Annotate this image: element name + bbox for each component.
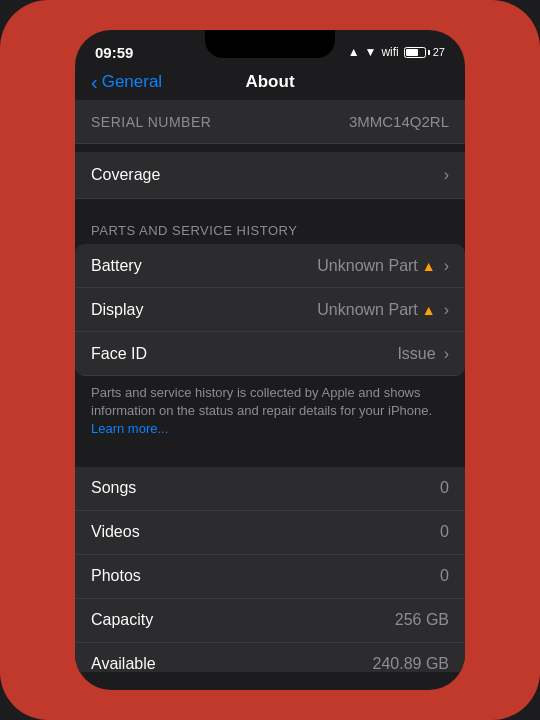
back-label: General bbox=[102, 72, 162, 92]
learn-more-link[interactable]: Learn more... bbox=[91, 421, 168, 436]
display-label: Display bbox=[91, 301, 143, 319]
nav-title: About bbox=[245, 72, 294, 92]
stats-group: Songs 0 Videos 0 Photos 0 Capacity 256 G… bbox=[75, 467, 465, 672]
serial-row: Serial Number 3MMC14Q2RL bbox=[75, 100, 465, 144]
coverage-label: Coverage bbox=[91, 166, 160, 184]
battery-row[interactable]: Battery Unknown Part ▲ › bbox=[75, 244, 465, 288]
face-id-value: Issue bbox=[397, 345, 435, 363]
photos-value: 0 bbox=[440, 567, 449, 585]
capacity-value: 256 GB bbox=[395, 611, 449, 629]
parts-section-header: PARTS AND SERVICE HISTORY bbox=[75, 215, 465, 244]
battery-percent: 27 bbox=[433, 46, 445, 58]
battery-icon: 27 bbox=[404, 46, 445, 58]
display-value-group: Unknown Part ▲ › bbox=[317, 301, 449, 319]
display-chevron-icon: › bbox=[444, 301, 449, 319]
display-value: Unknown Part bbox=[317, 301, 418, 319]
face-id-label: Face ID bbox=[91, 345, 147, 363]
coverage-row[interactable]: Coverage › bbox=[75, 152, 465, 199]
status-icons: ▲ ▼ wifi 27 bbox=[348, 45, 445, 59]
parts-group: Battery Unknown Part ▲ › Display Unknown… bbox=[75, 244, 465, 376]
wifi-signal-icon: wifi bbox=[381, 45, 398, 59]
available-value: 240.89 GB bbox=[373, 655, 450, 672]
battery-value: Unknown Part bbox=[317, 257, 418, 275]
back-chevron-icon: ‹ bbox=[91, 72, 98, 92]
serial-label: Serial Number bbox=[91, 114, 211, 130]
face-id-row[interactable]: Face ID Issue › bbox=[75, 332, 465, 376]
songs-label: Songs bbox=[91, 479, 136, 497]
photos-label: Photos bbox=[91, 567, 141, 585]
signal-icon: ▲ bbox=[348, 45, 360, 59]
display-row[interactable]: Display Unknown Part ▲ › bbox=[75, 288, 465, 332]
battery-label: Battery bbox=[91, 257, 142, 275]
status-time: 09:59 bbox=[95, 44, 133, 61]
wifi-icon: ▼ bbox=[365, 45, 377, 59]
coverage-chevron-icon: › bbox=[444, 166, 449, 184]
battery-value-group: Unknown Part ▲ › bbox=[317, 257, 449, 275]
phone-frame: 09:59 ▲ ▼ wifi 27 ‹ General About bbox=[0, 0, 540, 720]
serial-value: 3MMC14Q2RL bbox=[349, 113, 449, 130]
display-warning-icon: ▲ bbox=[422, 302, 436, 318]
songs-row: Songs 0 bbox=[75, 467, 465, 511]
available-label: Available bbox=[91, 655, 156, 672]
back-button[interactable]: ‹ General bbox=[91, 72, 162, 92]
videos-value: 0 bbox=[440, 523, 449, 541]
parts-description: Parts and service history is collected b… bbox=[75, 376, 465, 451]
face-id-chevron-icon: › bbox=[444, 345, 449, 363]
battery-chevron-icon: › bbox=[444, 257, 449, 275]
photos-row: Photos 0 bbox=[75, 555, 465, 599]
available-row: Available 240.89 GB bbox=[75, 643, 465, 672]
capacity-label: Capacity bbox=[91, 611, 153, 629]
songs-value: 0 bbox=[440, 479, 449, 497]
nav-bar: ‹ General About bbox=[75, 68, 465, 100]
battery-warning-icon: ▲ bbox=[422, 258, 436, 274]
content-area: Serial Number 3MMC14Q2RL Coverage › PART… bbox=[75, 100, 465, 672]
capacity-row: Capacity 256 GB bbox=[75, 599, 465, 643]
notch bbox=[205, 30, 335, 58]
face-id-value-group: Issue › bbox=[397, 345, 449, 363]
phone-screen: 09:59 ▲ ▼ wifi 27 ‹ General About bbox=[75, 30, 465, 690]
section-gap-1 bbox=[75, 199, 465, 215]
videos-label: Videos bbox=[91, 523, 140, 541]
videos-row: Videos 0 bbox=[75, 511, 465, 555]
parts-description-text: Parts and service history is collected b… bbox=[91, 385, 432, 418]
